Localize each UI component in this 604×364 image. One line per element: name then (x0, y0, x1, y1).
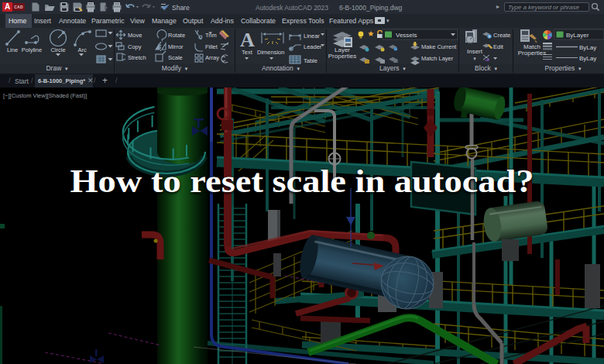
svg-text:Copy: Copy (128, 43, 142, 50)
svg-text:ByLay: ByLay (579, 55, 596, 62)
svg-text:Stretch: Stretch (128, 54, 146, 61)
svg-text:Move: Move (128, 32, 142, 39)
svg-text:Text: Text (242, 49, 253, 56)
svg-text:Edit: Edit (493, 43, 504, 50)
svg-text:Circle: Circle (50, 46, 65, 53)
svg-text:Arc: Arc (77, 46, 87, 53)
svg-text:Line: Line (7, 46, 18, 53)
svg-text:Linear: Linear (304, 33, 320, 39)
svg-text:Polyline: Polyline (22, 46, 42, 53)
svg-text:ByLay: ByLay (579, 44, 596, 51)
svg-text:ByLayer: ByLayer (566, 32, 589, 39)
svg-text:Vessels: Vessels (396, 32, 417, 39)
svg-text:Array: Array (205, 54, 219, 61)
svg-text:Scale: Scale (168, 54, 183, 61)
svg-text:A: A (240, 29, 255, 51)
svg-text:Fillet: Fillet (205, 43, 218, 50)
svg-text:Leader: Leader (304, 43, 322, 50)
svg-text:Make Current: Make Current (421, 43, 457, 50)
svg-text:Mirror: Mirror (168, 43, 184, 50)
svg-text:Table: Table (304, 57, 317, 64)
svg-text:Create: Create (493, 32, 511, 39)
svg-text:Dimension: Dimension (257, 49, 284, 56)
svg-text:Match Layer: Match Layer (421, 55, 454, 62)
svg-text:Rotate: Rotate (168, 32, 185, 39)
